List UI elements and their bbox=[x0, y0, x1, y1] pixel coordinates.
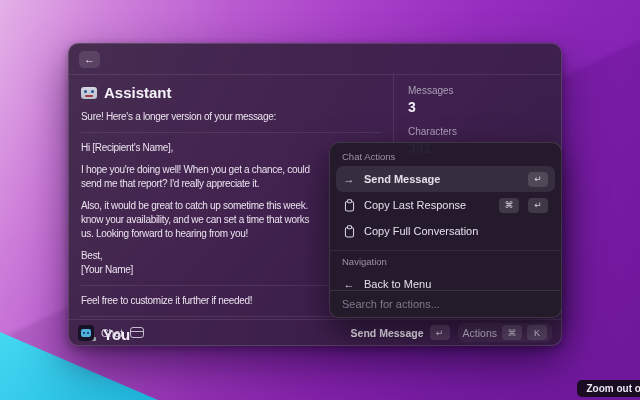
palette-section-label: Chat Actions bbox=[330, 151, 561, 162]
messages-value: 3 bbox=[408, 99, 547, 115]
return-key-badge: ↵ bbox=[528, 198, 548, 213]
k-key-badge: K bbox=[527, 325, 547, 340]
arrow-left-icon: ← bbox=[343, 278, 355, 290]
back-button[interactable]: ← bbox=[79, 51, 100, 68]
palette-item-label: Back to Menu bbox=[364, 278, 431, 290]
messages-label: Messages bbox=[408, 85, 547, 96]
palette-item-label: Copy Last Response bbox=[364, 199, 466, 211]
palette-search-bar bbox=[330, 290, 561, 317]
palette-item-copy-full-conversation[interactable]: Copy Full Conversation bbox=[336, 218, 555, 244]
actions-label: Actions bbox=[463, 327, 497, 339]
app-window: ← Assistant Sure! Here's a longer versio… bbox=[68, 43, 562, 346]
window-footer: Chat Send Message ↵ Actions ⌘ K bbox=[69, 319, 561, 345]
palette-search-input[interactable] bbox=[330, 298, 561, 310]
desktop: ← Assistant Sure! Here's a longer versio… bbox=[0, 0, 640, 400]
footer-chat-label: Chat bbox=[101, 327, 123, 339]
zoom-out-button[interactable]: Zoom out on bbox=[577, 380, 640, 397]
assistant-intro-text: Sure! Here's a longer version of your me… bbox=[81, 110, 381, 124]
window-header: ← bbox=[69, 44, 561, 74]
divider bbox=[330, 250, 561, 251]
return-key-badge: ↵ bbox=[430, 325, 450, 340]
actions-button[interactable]: Actions ⌘ K bbox=[458, 323, 552, 342]
palette-item-send-message[interactable]: → Send Message ↵ bbox=[336, 166, 555, 192]
robot-icon bbox=[81, 87, 97, 99]
arrow-right-icon: → bbox=[343, 173, 355, 185]
footer-actions: Send Message ↵ Actions ⌘ K bbox=[351, 323, 552, 342]
assistant-name: Assistant bbox=[104, 84, 172, 101]
send-message-label: Send Message bbox=[351, 327, 424, 339]
palette-item-label: Send Message bbox=[364, 173, 440, 185]
assistant-heading: Assistant bbox=[81, 84, 381, 101]
divider bbox=[81, 132, 381, 133]
app-robot-icon bbox=[78, 325, 94, 341]
characters-label: Characters bbox=[408, 126, 547, 137]
command-key-badge: ⌘ bbox=[502, 325, 522, 340]
command-key-badge: ⌘ bbox=[499, 198, 519, 213]
arrow-left-icon: ← bbox=[84, 53, 95, 65]
palette-section-label: Navigation bbox=[330, 256, 561, 267]
palette-item-label: Copy Full Conversation bbox=[364, 225, 478, 237]
chat-actions-palette: Chat Actions → Send Message ↵ Copy Last … bbox=[329, 142, 562, 318]
panel-toggle-icon[interactable] bbox=[130, 327, 144, 338]
send-message-button[interactable]: Send Message ↵ bbox=[351, 325, 450, 340]
return-key-badge: ↵ bbox=[528, 172, 548, 187]
palette-item-copy-last-response[interactable]: Copy Last Response ⌘ ↵ bbox=[336, 192, 555, 218]
zoom-out-label: Zoom out on bbox=[586, 383, 640, 394]
clipboard-icon bbox=[343, 199, 355, 212]
clipboard-icon bbox=[343, 225, 355, 238]
